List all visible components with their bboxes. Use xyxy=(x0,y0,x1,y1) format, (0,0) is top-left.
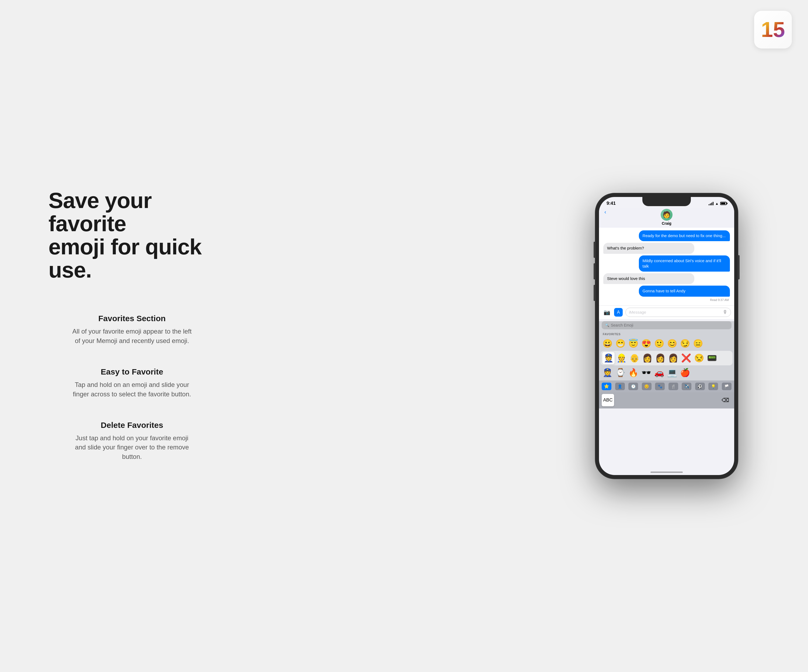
emoji-keyboard: 🔍 Search Emoji FAVORITES 😀 😁 😇 😍 🙂 😊 😏 😑 xyxy=(599,321,734,408)
emoji-cell-glasses[interactable]: 🕶️ xyxy=(640,366,652,379)
emoji-category-food[interactable]: 🍴 xyxy=(668,383,678,390)
message-bubble-sent-2: Mildly concerned about Siri's voice and … xyxy=(639,256,730,272)
emoji-cell-cross[interactable]: ❌ xyxy=(680,352,692,364)
home-indicator xyxy=(650,471,683,473)
emoji-cell-police2[interactable]: 👮 xyxy=(601,366,614,379)
messages-area: Ready for the demo but need to fix one t… xyxy=(599,228,734,305)
contact-name: Craig xyxy=(662,221,671,226)
camera-button[interactable]: 📷 xyxy=(602,308,611,317)
feature-desc-3: Just tap and hold on your favorite emoji… xyxy=(70,433,194,461)
emoji-cell[interactable]: 😁 xyxy=(614,338,626,350)
phone-notch xyxy=(643,197,691,206)
battery-fill xyxy=(721,202,725,204)
emoji-search-bar[interactable]: 🔍 Search Emoji xyxy=(602,321,731,329)
emoji-cell-person-woman[interactable]: 👩 xyxy=(641,352,653,364)
message-input-bar: 📷 A iMessage 🎙 xyxy=(599,305,734,319)
main-heading: Save your favorite emoji for quick use. xyxy=(48,189,215,282)
emoji-cell-pager[interactable]: 📟 xyxy=(706,352,718,364)
heading-line1: Save your favorite xyxy=(48,188,152,236)
emoji-category-objects[interactable]: ⚽ xyxy=(695,383,705,390)
emoji-cell-laptop[interactable]: 💻 xyxy=(666,366,678,379)
emoji-cell[interactable]: 😀 xyxy=(601,338,614,350)
emoji-cell[interactable]: 😊 xyxy=(666,338,678,350)
emoji-row-3: 👮 ⌚ 🔥 🕶️ 🚗 💻 🍎 xyxy=(599,366,734,379)
status-icons: ▲ xyxy=(709,202,727,206)
ios15-badge: 15 xyxy=(754,11,792,48)
signal-icon xyxy=(709,202,713,205)
feature-title-3: Delete Favorites xyxy=(48,421,215,430)
emoji-cell-apple[interactable]: 🍎 xyxy=(679,366,691,379)
favorites-label: FAVORITES xyxy=(599,331,734,337)
emoji-cell[interactable]: 😑 xyxy=(692,338,704,350)
emoji-cell[interactable]: 😍 xyxy=(640,338,652,350)
emoji-category-symbols[interactable]: 💡 xyxy=(708,383,718,390)
battery-icon xyxy=(720,202,727,205)
feature-delete-favorites: Delete Favorites Just tap and hold on yo… xyxy=(48,421,215,461)
emoji-category-clock[interactable]: 🕐 xyxy=(628,383,638,390)
feature-title-1: Favorites Section xyxy=(48,314,215,323)
emoji-cell-watch[interactable]: ⌚ xyxy=(614,366,626,379)
audio-icon: 🎙 xyxy=(723,309,728,315)
message-bubble-received-2: Steve would love this xyxy=(603,273,694,284)
emoji-cell-person-woman3[interactable]: 👩 xyxy=(667,352,679,364)
back-button[interactable]: ‹ xyxy=(604,209,606,215)
messages-nav-header: ‹ 🧑 Craig xyxy=(599,208,734,228)
phone-frame: 9:41 ▲ ‹ 🧑 Craig xyxy=(595,193,738,479)
phone-container: 9:41 ▲ ‹ 🧑 Craig xyxy=(595,193,738,479)
emoji-category-favorites[interactable]: ⭐ xyxy=(602,383,611,390)
emoji-cell[interactable]: 🙂 xyxy=(653,338,665,350)
emoji-category-animal[interactable]: 🐾 xyxy=(655,383,665,390)
emoji-category-smiley[interactable]: 😊 xyxy=(642,383,651,390)
emoji-category-people[interactable]: 👤 xyxy=(615,383,625,390)
emoji-row-2: 👮 👷 👴 👩 👩 👩 ❌ 😒 📟 xyxy=(601,351,733,365)
emoji-cell-person-construction[interactable]: 👷 xyxy=(615,352,628,364)
emoji-cell[interactable]: 😏 xyxy=(679,338,691,350)
emoji-category-travel[interactable]: ✈️ xyxy=(682,383,691,390)
message-bubble-sent-1: Ready for the demo but need to fix one t… xyxy=(639,231,730,241)
ios15-number: 15 xyxy=(761,17,785,42)
emoji-cell-person-older[interactable]: 👴 xyxy=(628,352,641,364)
feature-favorites-section: Favorites Section All of your favorite e… xyxy=(48,314,215,346)
emoji-category-flags[interactable]: 🏳️ xyxy=(722,383,731,390)
search-icon: 🔍 xyxy=(605,323,609,327)
feature-easy-favorite: Easy to Favorite Tap and hold on an emoj… xyxy=(48,367,215,399)
message-text-input[interactable]: iMessage 🎙 xyxy=(625,308,731,317)
keyboard-delete-button[interactable]: ⌫ xyxy=(719,394,731,406)
read-receipt: Read 9:37 AM xyxy=(603,298,730,301)
appstore-button[interactable]: A xyxy=(614,308,623,317)
emoji-cell[interactable]: 😇 xyxy=(627,338,639,350)
phone-screen: 9:41 ▲ ‹ 🧑 Craig xyxy=(599,197,734,475)
feature-title-2: Easy to Favorite xyxy=(48,367,215,376)
emoji-cell-fire[interactable]: 🔥 xyxy=(627,366,639,379)
message-bubble-sent-3: Gonna have to tell Andy xyxy=(639,286,730,296)
keyboard-spacer xyxy=(614,394,719,406)
emoji-cell-person-police[interactable]: 👮 xyxy=(602,352,614,364)
wifi-icon: ▲ xyxy=(715,202,719,206)
message-bubble-received-1: What's the problem? xyxy=(603,243,694,254)
status-time: 9:41 xyxy=(606,201,616,206)
keyboard-abc-button[interactable]: ABC xyxy=(602,394,614,406)
emoji-cell-person-woman2[interactable]: 👩 xyxy=(654,352,666,364)
heading-line2: emoji for quick use. xyxy=(48,234,202,282)
emoji-row-1: 😀 😁 😇 😍 🙂 😊 😏 😑 xyxy=(599,337,734,350)
message-placeholder: iMessage xyxy=(629,310,646,314)
feature-desc-2: Tap and hold on an emoji and slide your … xyxy=(70,380,194,399)
feature-desc-1: All of your favorite emoji appear to the… xyxy=(70,327,194,346)
left-content-panel: Save your favorite emoji for quick use. … xyxy=(48,189,215,483)
emoji-cell-car[interactable]: 🚗 xyxy=(653,366,665,379)
contact-avatar: 🧑 xyxy=(661,209,673,221)
emoji-search-placeholder: Search Emoji xyxy=(611,323,633,328)
emoji-cell-unamused[interactable]: 😒 xyxy=(693,352,705,364)
